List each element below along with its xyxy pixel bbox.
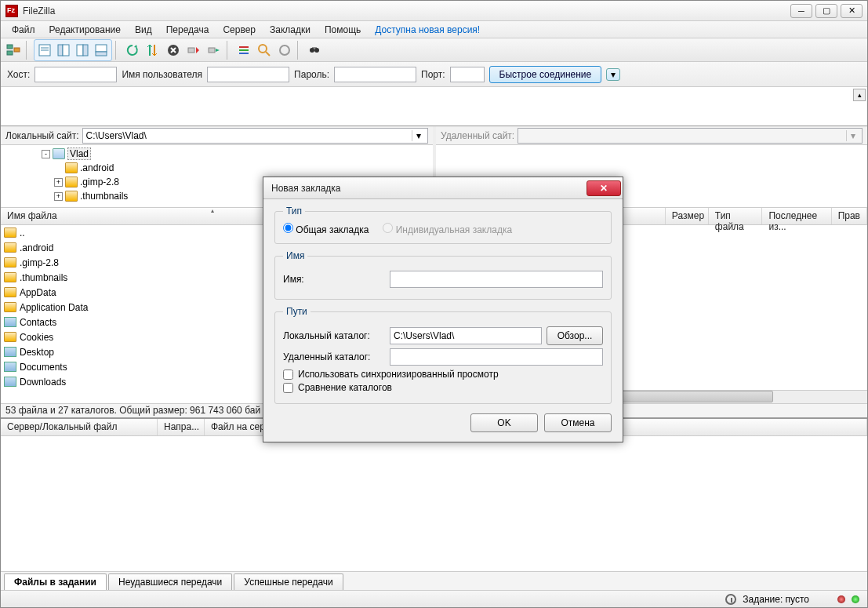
tree-node[interactable]: -Vlad [4, 147, 430, 161]
log-scroll-up[interactable]: ▴ [853, 89, 866, 101]
disconnect-icon[interactable] [184, 41, 203, 60]
new-bookmark-dialog: Новая закладка ✕ Тип Общая закладка Инди… [263, 177, 623, 442]
search-icon[interactable] [305, 41, 324, 60]
tree-toggle[interactable]: + [54, 178, 63, 187]
toolbar [1, 38, 867, 62]
queue-tabs: Файлы в задании Неудавшиеся передачи Усп… [1, 571, 867, 590]
compare-label: Сравнение каталогов [298, 382, 392, 393]
local-path-combo[interactable]: C:\Users\Vlad\ ▾ [82, 128, 429, 144]
user-label: Имя пользователя [122, 69, 202, 80]
name-label: Имя: [283, 274, 385, 285]
menu-bookmarks[interactable]: Закладки [263, 23, 317, 37]
svg-rect-13 [188, 48, 194, 53]
menu-file[interactable]: Файл [5, 23, 42, 37]
site-manager-icon[interactable] [4, 41, 23, 60]
menu-edit[interactable]: Редактирование [43, 23, 127, 37]
cancel-button[interactable]: Отмена [544, 413, 612, 432]
tab-success[interactable]: Успешные передачи [234, 573, 343, 590]
toggle-log-icon[interactable] [35, 41, 54, 60]
folder-icon [4, 362, 16, 372]
quickconnect-bar: Хост: Имя пользователя Пароль: Порт: Быс… [1, 62, 867, 87]
tree-toggle[interactable]: - [42, 150, 50, 158]
close-button[interactable]: ✕ [841, 4, 863, 18]
maximize-button[interactable]: ▢ [815, 4, 837, 18]
radio-site-input [383, 223, 393, 233]
app-icon [5, 5, 18, 17]
sync-checkbox[interactable] [283, 370, 293, 380]
toggle-tree-icon[interactable] [54, 41, 73, 60]
minimize-button[interactable]: ─ [790, 4, 812, 18]
folder-icon [4, 272, 16, 282]
toggle-remote-tree-icon[interactable] [73, 41, 92, 60]
ok-button[interactable]: OK [470, 413, 538, 432]
svg-rect-16 [239, 49, 249, 51]
tree-label: Vlad [67, 147, 91, 160]
tree-label: .gimp-2.8 [80, 177, 119, 187]
menu-view[interactable]: Вид [129, 23, 158, 37]
menubar: Файл Редактирование Вид Передача Сервер … [1, 21, 867, 38]
compare-icon[interactable] [255, 41, 274, 60]
file-name: .. [20, 228, 25, 238]
remote-dir-label: Удаленный каталог: [283, 351, 385, 362]
col-remote-type[interactable]: Тип файла [709, 208, 763, 224]
col-remote-perm[interactable]: Прав [832, 208, 867, 224]
file-name: AppData [20, 287, 56, 298]
menu-server[interactable]: Сервер [216, 23, 262, 37]
menu-update-available[interactable]: Доступна новая версия! [369, 23, 486, 37]
queue-icon [725, 594, 736, 605]
svg-point-21 [314, 48, 319, 53]
tree-toggle[interactable]: + [54, 192, 63, 201]
pass-label: Пароль: [294, 69, 329, 80]
svg-rect-17 [239, 53, 249, 54]
process-queue-icon[interactable] [143, 41, 162, 60]
toggle-queue-icon[interactable] [92, 41, 111, 60]
cancel-icon[interactable] [164, 41, 183, 60]
col-q-direction[interactable]: Напра... [158, 419, 205, 435]
svg-rect-6 [58, 45, 63, 56]
user-folder-icon [53, 148, 65, 159]
refresh-icon[interactable] [123, 41, 142, 60]
col-q-server[interactable]: Сервер/Локальный файл [1, 419, 158, 435]
host-label: Хост: [7, 69, 30, 80]
folder-icon [65, 162, 78, 173]
svg-line-19 [266, 52, 270, 56]
host-input[interactable] [35, 67, 117, 82]
folder-icon [4, 287, 16, 297]
filter-icon[interactable] [234, 41, 253, 60]
local-dir-input[interactable] [390, 327, 542, 344]
tree-node[interactable]: .android [4, 161, 430, 175]
col-remote-size[interactable]: Размер [666, 208, 709, 224]
quickconnect-button[interactable]: Быстрое соединение [489, 66, 602, 83]
svg-rect-8 [77, 45, 83, 56]
user-input[interactable] [207, 67, 289, 82]
quickconnect-dropdown[interactable]: ▾ [606, 68, 620, 81]
dialog-close-button[interactable]: ✕ [587, 180, 621, 196]
port-label: Порт: [421, 69, 445, 80]
app-title: FileZilla [23, 5, 790, 16]
activity-led-recv [837, 595, 845, 603]
file-name: Documents [20, 362, 67, 373]
radio-global-input[interactable] [283, 223, 293, 233]
name-input[interactable] [390, 271, 603, 288]
chevron-down-icon[interactable]: ▾ [412, 130, 424, 141]
menu-help[interactable]: Помощь [318, 23, 367, 37]
file-name: .thumbnails [20, 272, 67, 283]
svg-rect-9 [83, 45, 88, 56]
reconnect-icon[interactable] [205, 41, 223, 60]
radio-global[interactable]: Общая закладка [283, 223, 369, 235]
group-paths: Пути Локальный каталог: Обзор... Удаленн… [274, 306, 612, 404]
port-input[interactable] [450, 67, 485, 82]
file-name: .android [20, 242, 53, 253]
compare-checkbox[interactable] [283, 383, 293, 393]
sync-browse-icon[interactable] [275, 41, 294, 60]
pass-input[interactable] [334, 67, 416, 82]
tab-queued[interactable]: Файлы в задании [4, 573, 107, 590]
col-remote-modified[interactable]: Последнее из... [762, 208, 831, 224]
svg-rect-1 [7, 51, 13, 55]
tab-failed[interactable]: Неудавшиеся передачи [108, 573, 232, 590]
tree-label: .thumbnails [80, 191, 128, 202]
menu-transfer[interactable]: Передача [160, 23, 216, 37]
remote-dir-input[interactable] [390, 348, 603, 366]
browse-button[interactable]: Обзор... [547, 326, 603, 345]
folder-icon [4, 257, 16, 268]
